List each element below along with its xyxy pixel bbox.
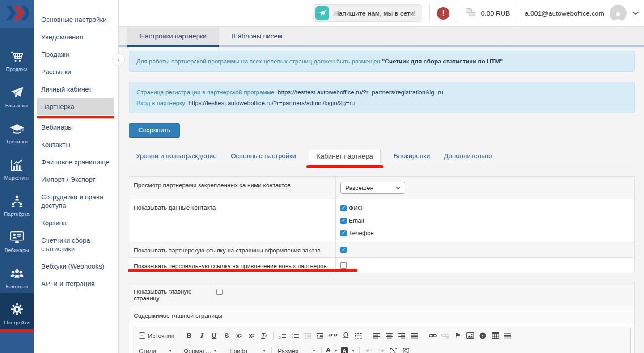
- balance-widget[interactable]: 0.00 RUB: [464, 8, 510, 19]
- align-right-button[interactable]: [396, 330, 408, 341]
- underline-button[interactable]: U: [208, 330, 220, 341]
- align-left-button[interactable]: [371, 330, 383, 341]
- rail-item-mailings[interactable]: Рассылки: [0, 76, 34, 112]
- subscript-button[interactable]: x2: [233, 330, 245, 341]
- sidebar-item-webhooks[interactable]: Вебхуки (Webhooks): [34, 257, 118, 275]
- contacts-view-select[interactable]: Разрешен: [340, 182, 405, 194]
- personal-link-checkbox[interactable]: [340, 262, 347, 269]
- sidebar-item-import-export[interactable]: Импорт / Экспорт: [34, 171, 118, 188]
- align-center-button[interactable]: [384, 330, 395, 341]
- rail-item-partners[interactable]: Партнёрка: [0, 185, 34, 221]
- strikethrough-button[interactable]: S: [221, 330, 233, 341]
- font-combo[interactable]: Шрифт: [225, 345, 268, 353]
- bullet-list-button[interactable]: [289, 330, 301, 341]
- styles-combo[interactable]: Стили: [136, 345, 174, 353]
- text-color-button[interactable]: A: [325, 345, 339, 353]
- superscript-button[interactable]: x2: [246, 330, 258, 341]
- rail-item-label: Маркетинг: [4, 175, 30, 181]
- sidebar-item-webinars[interactable]: Вебинары: [34, 118, 118, 136]
- chat-button[interactable]: Напишите нам, мы в сети!: [313, 4, 423, 22]
- email-checkbox[interactable]: ✓: [340, 218, 347, 224]
- sidebar-item-employees-rights[interactable]: Сотрудники и права доступа: [34, 188, 118, 214]
- phone-checkbox[interactable]: ✓: [340, 230, 347, 236]
- tab-levels-rewards[interactable]: Уровни и вознаграждение: [135, 149, 218, 164]
- utm-notice: Для работы партнерской программы на всех…: [129, 51, 635, 72]
- caret-icon: [169, 350, 172, 352]
- ordered-list-button[interactable]: 12: [277, 330, 288, 341]
- checkbox-row-phone: ✓ Телефон: [340, 230, 630, 236]
- rail-item-marketing[interactable]: Маркетинг: [0, 148, 34, 185]
- save-button[interactable]: Сохранить: [129, 123, 180, 138]
- background-color-button[interactable]: A: [339, 345, 356, 353]
- page-break-button[interactable]: [353, 330, 364, 341]
- webinar-monitor-icon: [9, 231, 25, 245]
- rail-item-webinars[interactable]: Вебинары: [0, 221, 34, 257]
- increase-indent-button[interactable]: [314, 330, 326, 341]
- graduation-cap-icon: [9, 123, 25, 137]
- rail-item-sales[interactable]: Продажи: [0, 40, 34, 76]
- topbar-divider: [429, 4, 430, 22]
- tab-partner-cabinet[interactable]: Кабинет партнера: [309, 149, 381, 164]
- rail-item-label: Настройки: [4, 320, 29, 325]
- tab-basic-settings[interactable]: Основные настройки: [230, 149, 297, 164]
- setting-label: Показывать данные контакта: [134, 203, 331, 211]
- bar-chart-icon: [10, 159, 24, 173]
- image-button[interactable]: [465, 330, 476, 341]
- sidebar-item-file-storage[interactable]: Файловое хранилище: [34, 153, 118, 171]
- coins-icon: [464, 8, 476, 19]
- special-char-button[interactable]: Ω: [340, 330, 352, 341]
- rail-item-settings[interactable]: Настройки: [0, 293, 34, 329]
- registration-url-link[interactable]: https://testtest.autoweboffice.ru/?r=par…: [278, 89, 443, 96]
- sidebar-item-mailings[interactable]: Рассылки: [34, 63, 118, 80]
- sidebar-item-api-integration[interactable]: API и интеграция: [34, 275, 118, 292]
- fio-checkbox[interactable]: ✓: [340, 205, 347, 211]
- checkbox-row-email: ✓ Email: [340, 217, 630, 224]
- sidebar-item-personal-cabinet[interactable]: Личный кабинет: [34, 80, 118, 98]
- source-button[interactable]: ‹› Источник: [136, 330, 177, 341]
- rail-item-label: Контакты: [6, 284, 28, 289]
- app-window: Продажи Рассылки Тренинги Маркетинг: [0, 0, 644, 353]
- remove-format-button[interactable]: Tx: [258, 330, 270, 341]
- justify-button[interactable]: [409, 330, 420, 341]
- sidebar-item-general-settings[interactable]: Основные настройки: [34, 11, 118, 28]
- undo-button[interactable]: ↶: [363, 345, 374, 353]
- horizontal-rule-button[interactable]: [502, 330, 514, 341]
- rail-item-trainings[interactable]: Тренинги: [0, 112, 34, 148]
- italic-button[interactable]: I: [196, 330, 208, 341]
- redo-button[interactable]: ↷: [375, 345, 387, 353]
- unlink-button[interactable]: [440, 330, 451, 341]
- app-logo[interactable]: [0, 0, 34, 28]
- blockquote-button[interactable]: ””: [327, 330, 339, 341]
- sidebar-item-stat-counters[interactable]: Счетчики сбора статистики: [34, 231, 118, 257]
- sidebar-item-contacts[interactable]: Контакты: [34, 136, 118, 153]
- alert-icon[interactable]: !: [437, 7, 449, 20]
- rail-item-contacts[interactable]: Контакты: [0, 257, 34, 293]
- order-link-checkbox[interactable]: ✓: [340, 247, 347, 253]
- sidebar-collapse-button[interactable]: ‹: [112, 53, 125, 66]
- account-menu[interactable]: a.001@autoweboffice.com: [525, 5, 638, 22]
- sidebar-item-sales[interactable]: Продажи: [34, 46, 118, 63]
- size-combo[interactable]: Размер: [275, 345, 318, 353]
- sidebar-item-notifications[interactable]: Уведомления: [34, 28, 118, 46]
- format-combo[interactable]: Формат…: [181, 345, 219, 353]
- decrease-indent-button[interactable]: [302, 330, 314, 341]
- active-tab-underline: [306, 165, 383, 168]
- maximize-button[interactable]: [388, 345, 399, 353]
- main-page-checkbox[interactable]: [216, 289, 223, 295]
- chat-label: Напишите нам, мы в сети!: [334, 9, 416, 17]
- login-url-link[interactable]: https://testtest.autoweboffice.ru/?r=par…: [188, 100, 355, 106]
- tab-blocks[interactable]: Блокировки: [393, 149, 431, 164]
- combo-label: Шрифт: [228, 348, 248, 353]
- show-blocks-button[interactable]: [400, 345, 412, 353]
- link-button[interactable]: [427, 330, 439, 341]
- combo-label: Формат…: [184, 348, 211, 353]
- bold-button[interactable]: B: [183, 330, 195, 341]
- sidebar-item-partners[interactable]: Партнёрка: [37, 98, 114, 115]
- anchor-flag-button[interactable]: ⚑: [452, 330, 464, 341]
- tab-partner-settings[interactable]: Настройки партнёрки: [127, 27, 219, 45]
- table-button[interactable]: [490, 330, 501, 341]
- flash-button[interactable]: [477, 330, 489, 341]
- tab-additional[interactable]: Дополнительно: [443, 149, 493, 164]
- tab-email-templates[interactable]: Шаблоны писем: [219, 27, 295, 45]
- sidebar-item-trash[interactable]: Корзина: [34, 214, 118, 231]
